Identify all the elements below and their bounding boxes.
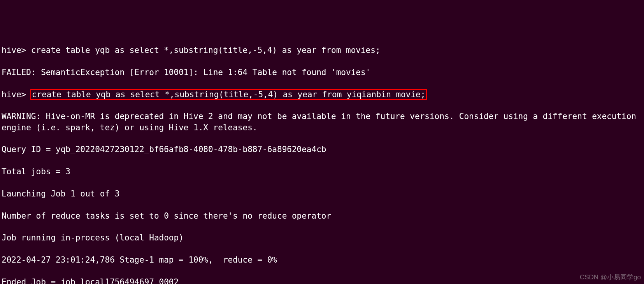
terminal-output: Job running in-process (local Hadoop) [2, 232, 642, 243]
hive-command: create table yqb as select *,substring(t… [31, 46, 381, 55]
terminal-output: Ended Job = job_local1756494697_0002 [2, 277, 642, 284]
hive-prompt: hive> [2, 46, 31, 55]
terminal-output: Number of reduce tasks is set to 0 since… [2, 210, 642, 221]
terminal-output: FAILED: SemanticException [Error 10001]:… [2, 67, 642, 78]
terminal-output: Query ID = yqb_20220427230122_bf66afb8-4… [2, 144, 642, 155]
terminal-output: WARNING: Hive-on-MR is deprecated in Hiv… [2, 111, 642, 133]
terminal-output: 2022-04-27 23:01:24,786 Stage-1 map = 10… [2, 254, 642, 265]
terminal-line: hive> create table yqb as select *,subst… [2, 89, 642, 100]
terminal-output: Total jobs = 3 [2, 166, 642, 177]
terminal-output: Launching Job 1 out of 3 [2, 188, 642, 199]
highlighted-command: create table yqb as select *,substring(t… [30, 89, 427, 100]
hive-prompt: hive> [2, 90, 31, 99]
terminal-line: hive> create table yqb as select *,subst… [2, 45, 642, 56]
watermark-text: CSDN @小易同学go [580, 273, 641, 282]
